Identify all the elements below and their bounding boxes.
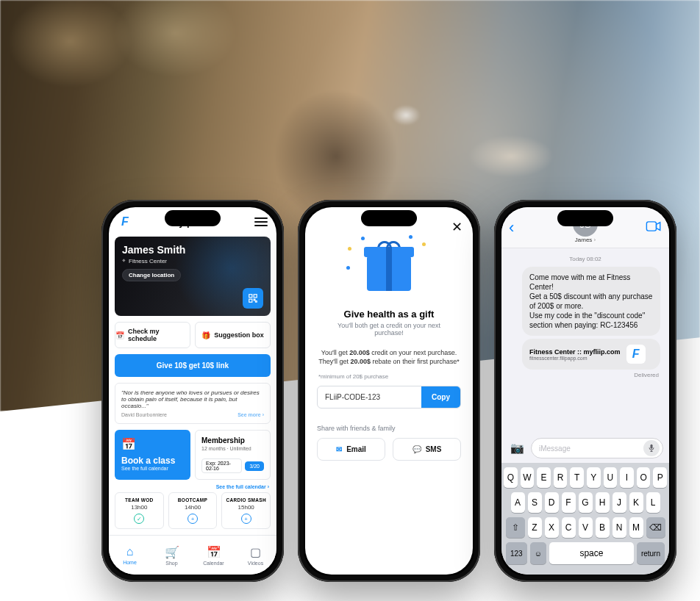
cart-icon: 🛒 — [165, 545, 179, 559]
key-o[interactable]: O — [637, 467, 651, 488]
qr-button[interactable] — [243, 288, 263, 309]
facetime-icon[interactable] — [646, 220, 662, 235]
key-q[interactable]: Q — [504, 467, 518, 488]
gift-subtitle: You'll both get a credit on your next pu… — [323, 322, 455, 337]
key-t[interactable]: T — [570, 467, 584, 488]
key-w[interactable]: W — [521, 467, 535, 488]
tab-videos[interactable]: ▢Videos — [235, 536, 276, 575]
video-icon: ▢ — [250, 545, 261, 559]
email-label: Email — [346, 445, 366, 453]
book-class-title: Book a class — [121, 456, 184, 466]
tab-label: Videos — [248, 561, 263, 566]
gift-illustration — [345, 235, 433, 301]
key-g[interactable]: G — [579, 492, 593, 513]
keyboard: QWERTYUIOP ASDFGHJKL ⇧ZXCVBNM⌫ 123 ☺ spa… — [501, 463, 669, 575]
tab-label: Calendar — [203, 561, 224, 566]
key-a[interactable]: A — [511, 492, 525, 513]
dynamic-island — [361, 210, 417, 226]
class-card[interactable]: TEAM WOD13h00✓ — [115, 492, 164, 529]
key-h[interactable]: H — [596, 492, 610, 513]
tab-calendar[interactable]: 📅Calendar — [193, 536, 235, 575]
quote-card: "Nor is there anyone who loves or pursue… — [115, 383, 271, 424]
key-k[interactable]: K — [629, 492, 643, 513]
gift-title: Give health as a gift — [305, 309, 473, 320]
suggestion-box-label: Suggestion box — [214, 331, 264, 339]
key-f[interactable]: F — [562, 492, 576, 513]
tab-home[interactable]: ⌂Home — [109, 536, 151, 575]
message-input[interactable]: iMessage — [531, 438, 663, 458]
contact-name[interactable]: James — [575, 237, 596, 243]
key-123[interactable]: 123 — [506, 542, 527, 564]
key-e[interactable]: E — [537, 467, 551, 488]
camera-icon[interactable]: 📷 — [507, 439, 526, 458]
calendar-white-icon: 📅 — [121, 438, 136, 450]
key-r[interactable]: R — [554, 467, 568, 488]
min-purchase-note: *minimum of 20$ purchase — [318, 373, 460, 380]
back-icon[interactable]: ‹ — [509, 218, 514, 237]
change-location-button[interactable]: Change location — [122, 269, 181, 281]
key-l[interactable]: L — [646, 492, 660, 513]
profile-hero: James Smith ⌖Fitness Center Change locat… — [115, 237, 271, 316]
sms-icon: 💬 — [413, 445, 421, 453]
key-x[interactable]: X — [545, 517, 559, 538]
timestamp: Today 08:02 — [501, 256, 669, 262]
dynamic-island — [165, 210, 221, 226]
close-icon[interactable]: ✕ — [451, 219, 463, 235]
link-app-icon: F — [626, 345, 646, 364]
share-email-button[interactable]: ✉Email — [317, 438, 385, 461]
check-schedule-button[interactable]: 📅Check my schedule — [115, 322, 190, 348]
suggestion-box-button[interactable]: 🎁Suggestion box — [195, 322, 271, 348]
see-more-link[interactable]: See more › — [238, 412, 264, 417]
dynamic-island — [557, 210, 613, 226]
membership-card[interactable]: Membership 12 months · Unlimited Exp: 20… — [195, 430, 271, 480]
key-s[interactable]: S — [528, 492, 542, 513]
membership-title: Membership — [201, 436, 264, 445]
key-i[interactable]: I — [620, 467, 634, 488]
tab-shop[interactable]: 🛒Shop — [151, 536, 193, 575]
phone-imessage: ‹ JS James Today 08:02 Come move with me… — [494, 200, 676, 582]
key-u[interactable]: U — [604, 467, 618, 488]
svg-rect-3 — [646, 222, 656, 231]
tab-bar: ⌂Home 🛒Shop 📅Calendar ▢Videos — [109, 535, 276, 575]
sms-label: SMS — [426, 445, 442, 453]
svg-rect-2 — [249, 299, 252, 302]
key-backspace[interactable]: ⌫ — [646, 517, 665, 538]
key-j[interactable]: J — [612, 492, 626, 513]
copy-button[interactable]: Copy — [421, 386, 460, 408]
phone-profile: F My profile James Smith ⌖Fitness Center… — [101, 200, 284, 582]
key-d[interactable]: D — [545, 492, 559, 513]
key-b[interactable]: B — [596, 517, 610, 538]
svg-rect-4 — [651, 445, 653, 449]
key-shift[interactable]: ⇧ — [506, 517, 525, 538]
add-icon: + — [188, 514, 198, 524]
key-v[interactable]: V — [579, 517, 593, 538]
key-emoji[interactable]: ☺ — [530, 542, 546, 564]
key-space[interactable]: space — [549, 542, 634, 564]
share-sms-button[interactable]: 💬SMS — [393, 438, 461, 461]
referral-code-field: FLiiP-CODE-123 Copy — [317, 386, 461, 409]
app-logo-icon: F — [118, 215, 132, 229]
message-bubble: Come move with me at Fitness Center!Get … — [522, 267, 660, 336]
class-card[interactable]: CARDIO SMASH15h00+ — [221, 492, 271, 529]
link-preview-bubble[interactable]: Fitness Center :: myfliip.com fitnesscen… — [522, 339, 660, 370]
quote-author: David Bourbonniere — [121, 412, 167, 417]
key-z[interactable]: Z — [528, 517, 542, 538]
key-m[interactable]: M — [629, 517, 643, 538]
key-return[interactable]: return — [637, 542, 665, 564]
key-p[interactable]: P — [653, 467, 667, 488]
dictation-icon[interactable] — [643, 440, 660, 456]
referral-cta-button[interactable]: Give 10$ get 10$ link — [115, 354, 271, 377]
see-full-calendar-link[interactable]: See the full calendar › — [116, 484, 269, 489]
phone-gift: ✕ Give health as a gift You'll both get … — [298, 200, 480, 582]
key-n[interactable]: N — [612, 517, 626, 538]
key-y[interactable]: Y — [587, 467, 601, 488]
menu-icon[interactable] — [254, 217, 268, 226]
class-card[interactable]: BOOTCAMP14h00+ — [168, 492, 218, 529]
book-class-card[interactable]: 📅 Book a class See the full calendar — [115, 430, 190, 480]
key-c[interactable]: C — [562, 517, 576, 538]
email-icon: ✉ — [336, 445, 342, 453]
calendar-icon: 📅 — [115, 331, 124, 339]
add-icon: + — [241, 514, 251, 524]
calendar-tab-icon: 📅 — [207, 545, 221, 559]
referral-code[interactable]: FLiiP-CODE-123 — [318, 386, 421, 408]
